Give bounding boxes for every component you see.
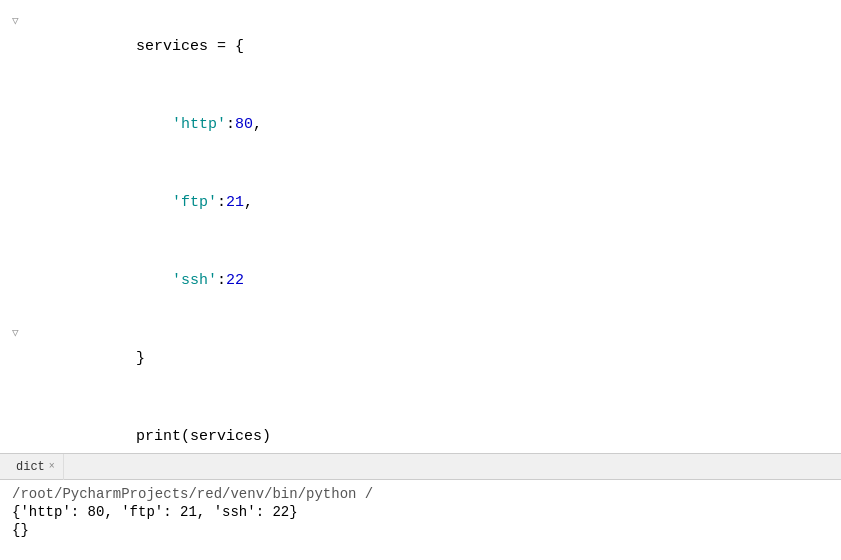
code-line-3: 'ftp':21, xyxy=(0,164,841,242)
code-text: : xyxy=(217,272,226,289)
output-path: /root/PycharmProjects/red/venv/bin/pytho… xyxy=(12,486,829,502)
code-text: 80 xyxy=(235,116,253,133)
code-line-5: ▽ } xyxy=(0,320,841,398)
code-text: 'http' xyxy=(172,116,226,133)
code-text: : xyxy=(217,194,226,211)
code-text: 'ftp' xyxy=(172,194,217,211)
code-text: : xyxy=(226,116,235,133)
bottom-tab-bar: dict × xyxy=(0,454,841,480)
tab-close-icon[interactable]: × xyxy=(49,461,55,472)
line-content-4: 'ssh':22 xyxy=(60,242,841,320)
bottom-panel: dict × /root/PycharmProjects/red/venv/bi… xyxy=(0,453,841,560)
editor-area: ▽ services = { 'http':80, 'ftp':21, 'ssh… xyxy=(0,0,841,453)
line-content-5: } xyxy=(60,320,841,398)
code-line-4: 'ssh':22 xyxy=(0,242,841,320)
bottom-output: /root/PycharmProjects/red/venv/bin/pytho… xyxy=(0,480,841,560)
line-content-2: 'http':80, xyxy=(60,86,841,164)
fold-icon-5[interactable]: ▽ xyxy=(12,320,19,346)
code-block: ▽ services = { 'http':80, 'ftp':21, 'ssh… xyxy=(0,0,841,453)
code-line-1: ▽ services = { xyxy=(0,8,841,86)
code-text: print(services) xyxy=(136,428,271,445)
code-text: 22 xyxy=(226,272,244,289)
line-content-1: services = { xyxy=(60,8,841,86)
code-text: } xyxy=(136,350,145,367)
code-line-6: print(services) xyxy=(0,398,841,453)
line-content-6: print(services) xyxy=(60,398,841,453)
bottom-tab-dict[interactable]: dict × xyxy=(8,454,64,480)
line-content-3: 'ftp':21, xyxy=(60,164,841,242)
code-text: services = { xyxy=(136,38,244,55)
output-line-2: {} xyxy=(12,522,829,538)
code-line-2: 'http':80, xyxy=(0,86,841,164)
code-text: 'ssh' xyxy=(172,272,217,289)
code-text: , xyxy=(244,194,253,211)
code-text: 21 xyxy=(226,194,244,211)
tab-label: dict xyxy=(16,460,45,474)
code-text: , xyxy=(253,116,262,133)
output-line-1: {'http': 80, 'ftp': 21, 'ssh': 22} xyxy=(12,504,829,520)
fold-icon-1[interactable]: ▽ xyxy=(12,8,19,34)
